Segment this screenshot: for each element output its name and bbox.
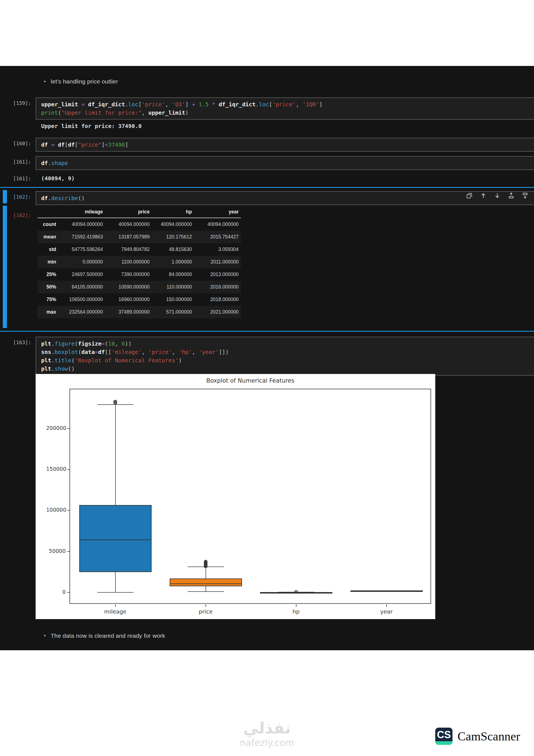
markdown-note-bottom: • The data now is cleared and ready for … [44, 633, 165, 639]
median-line-price [170, 583, 242, 584]
table-cell: 40094.000000 [194, 218, 241, 231]
table-header-year: year [194, 207, 241, 218]
code-token: )) [125, 340, 132, 347]
whisker-lower-mileage [115, 572, 116, 592]
move-cell-up-icon[interactable] [480, 192, 487, 199]
code-token: df_iqr_dict [219, 101, 255, 108]
code-token: ] [185, 101, 192, 108]
code-token: df [41, 160, 48, 166]
row-label: min [38, 256, 58, 268]
code-token: 'IQR' [302, 101, 319, 108]
code-token [55, 141, 58, 148]
code-token: ) [178, 357, 182, 364]
table-cell: 2018.000000 [194, 293, 241, 306]
code-token: df [98, 349, 105, 355]
code-token: ] [319, 101, 323, 108]
code-token: boxplot [55, 349, 78, 355]
code-token [48, 141, 51, 148]
code-token: [ [269, 101, 272, 108]
scanned-page: • let's handling price outlier [159]: up… [0, 0, 534, 756]
code-token: plt [41, 365, 51, 372]
row-label: max [38, 306, 58, 318]
code-token: 'year' [199, 349, 219, 355]
outlier-marker-hp [294, 590, 298, 594]
table-row-std: std54775.5962647949.80478248.8156303.059… [38, 243, 241, 256]
code-token: * [212, 101, 215, 108]
code-token: "Upper limit for price:" [61, 109, 142, 116]
row-label: 50% [38, 281, 58, 293]
insert-cell-above-icon[interactable] [508, 192, 515, 199]
code-token: df [68, 141, 74, 148]
camscanner-label: CamScanner [458, 729, 520, 743]
selected-cell-162[interactable]: [162]: df.describe() [162]: mileageprice… [0, 187, 534, 332]
code-token: . [48, 195, 51, 202]
code-token: "price" [78, 141, 101, 148]
table-cell: 40094.000000 [152, 218, 194, 231]
code-editor-162[interactable]: df.describe() [36, 191, 534, 205]
markdown-note-bottom-text: The data now is cleared and ready for wo… [51, 633, 165, 639]
code-token: () [68, 365, 74, 372]
code-token: ( [78, 349, 81, 355]
code-token: data [82, 349, 95, 355]
outlier-marker-price [204, 560, 207, 563]
code-token: < [105, 141, 108, 148]
duplicate-cell-icon[interactable] [466, 192, 473, 199]
table-cell: 571.000000 [152, 306, 194, 318]
output-area-161: [161]: (40094, 9) [0, 173, 534, 182]
table-cell: 40094.000000 [58, 218, 105, 231]
code-token [78, 101, 81, 108]
move-cell-down-icon[interactable] [494, 192, 501, 199]
code-token [209, 101, 212, 108]
y-tick-mark [67, 510, 70, 511]
code-token: = [101, 340, 105, 347]
table-cell: 24697.500000 [58, 268, 105, 281]
table-cell: 2013.000000 [194, 268, 241, 281]
code-token: . [51, 349, 55, 355]
code-token: = [95, 349, 98, 355]
code-token: + [192, 101, 195, 108]
describe-output-table: mileagepricehpyearcount40094.00000040094… [38, 207, 241, 318]
code-editor-159[interactable]: upper_limit = df_iqr_dict.loc['price', '… [36, 97, 534, 120]
table-cell: 120.175612 [152, 231, 194, 243]
code-editor-160[interactable]: df = df[df["price"]<37490] [36, 138, 534, 152]
median-line-mileage [79, 540, 151, 540]
code-token: ] [125, 141, 128, 148]
input-prompt-161: [161]: [0, 156, 36, 165]
code-token: 'price' [142, 101, 165, 108]
code-token: ( [71, 357, 74, 364]
input-prompt-163: [163]: [0, 337, 36, 345]
row-label: count [38, 218, 58, 231]
x-tick-label-mileage: mileage [93, 608, 138, 615]
code-token: . [125, 101, 128, 108]
code-line: df.shape [41, 159, 529, 167]
code-editor-161[interactable]: df.shape [36, 156, 534, 170]
row-label: 25% [38, 268, 58, 281]
table-cell: 106500.000000 [58, 293, 105, 306]
code-token: , [142, 109, 148, 116]
notebook-panel: • let's handling price outlier [159]: up… [0, 66, 534, 650]
code-editor-163[interactable]: plt.figure(figsize=(10, 6))sns.boxplot(d… [36, 337, 534, 376]
code-cell-160: [160]: df = df[df["price"]<37490] [0, 138, 534, 152]
code-line: plt.title('Boxplot of Numerical Features… [41, 356, 529, 364]
row-label: mean [38, 231, 58, 243]
code-token: df [58, 141, 65, 148]
table-cell: 37489.000000 [105, 306, 152, 318]
code-token: 'price' [148, 349, 172, 355]
code-token: [[ [105, 349, 112, 355]
camscanner-icon: CS [435, 728, 452, 745]
cell-hover-toolbar [466, 192, 528, 199]
code-token: loc [259, 101, 269, 108]
table-cell: 150.000000 [152, 293, 194, 306]
whisker-upper-price [205, 567, 206, 579]
code-token: ( [105, 340, 108, 347]
table-corner [38, 207, 58, 218]
output-prompt-162: [162]: [0, 209, 36, 218]
y-tick-label: 100000 [46, 507, 66, 513]
input-prompt-160: [160]: [0, 138, 36, 146]
table-row-min: min0.0000001100.0000001.0000002011.00000… [38, 256, 241, 268]
code-token: 1.5 [199, 101, 209, 108]
code-token: ( [74, 340, 78, 347]
code-token: , [165, 101, 172, 108]
boxplot-figure: Boxplot of Numerical Features 0500001000… [36, 374, 435, 619]
insert-cell-below-icon[interactable] [522, 192, 528, 199]
